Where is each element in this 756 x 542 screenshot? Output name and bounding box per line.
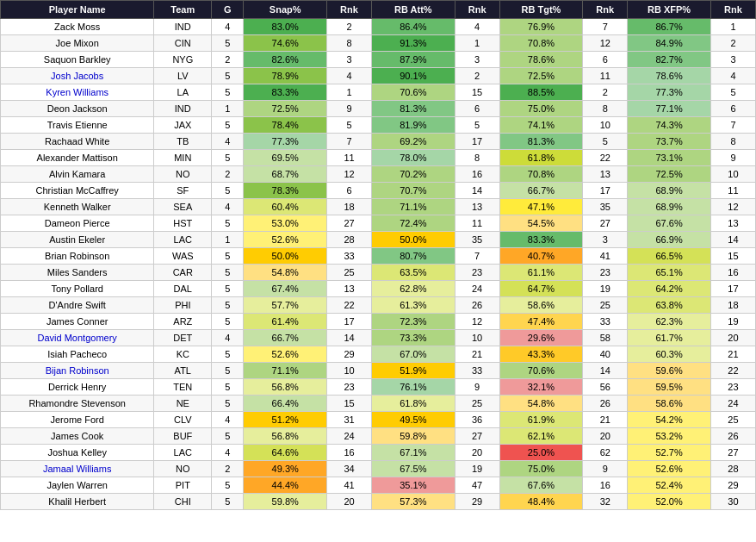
team: BUF	[154, 428, 212, 445]
player-name: Isiah Pacheco	[1, 346, 154, 363]
rb-tgt-pct: 29.6%	[499, 330, 583, 346]
rb-att-rank: 15	[455, 84, 499, 101]
rb-tgt-rank: 8	[583, 101, 628, 117]
rb-att-rank: 16	[455, 166, 499, 183]
snap-pct: 78.3%	[244, 183, 327, 199]
snap-pct: 54.8%	[244, 265, 327, 281]
rb-xfp-pct: 53.2%	[628, 428, 711, 445]
snap-pct: 59.8%	[244, 494, 327, 510]
rb-tgt-pct: 54.5%	[499, 215, 583, 232]
games: 5	[212, 35, 244, 52]
rb-att-pct: 86.4%	[372, 19, 455, 35]
rb-xfp-rank: 30	[710, 494, 755, 510]
games: 4	[212, 412, 244, 428]
rb-xfp-rank: 23	[710, 379, 755, 396]
rb-xfp-pct: 61.7%	[628, 330, 711, 346]
rb-xfp-rank: 11	[710, 183, 755, 199]
games: 5	[212, 150, 244, 166]
table-row: Zack MossIND483.0%286.4%476.9%786.7%1	[1, 19, 756, 35]
rb-att-rank: 36	[455, 412, 499, 428]
snap-pct: 83.0%	[244, 19, 327, 35]
column-header-rnk: Rnk	[583, 1, 628, 19]
player-name: Miles Sanders	[1, 265, 154, 281]
snap-rank: 7	[327, 134, 372, 150]
rb-att-rank: 23	[455, 265, 499, 281]
rb-att-rank: 20	[455, 445, 499, 461]
rb-xfp-rank: 3	[710, 52, 755, 68]
rb-tgt-pct: 64.7%	[499, 281, 583, 297]
rb-att-rank: 14	[455, 183, 499, 199]
table-row: Brian RobinsonWAS550.0%3380.7%740.7%4166…	[1, 248, 756, 265]
games: 5	[212, 477, 244, 494]
team: HST	[154, 215, 212, 232]
rb-tgt-pct: 61.9%	[499, 412, 583, 428]
rb-xfp-rank: 1	[710, 19, 755, 35]
games: 5	[212, 363, 244, 379]
rb-xfp-rank: 13	[710, 215, 755, 232]
snap-rank: 2	[327, 19, 372, 35]
rb-tgt-rank: 32	[583, 494, 628, 510]
team: CLV	[154, 412, 212, 428]
games: 5	[212, 265, 244, 281]
games: 5	[212, 68, 244, 84]
rb-tgt-pct: 62.1%	[499, 428, 583, 445]
player-name: D'Andre Swift	[1, 297, 154, 314]
rb-att-pct: 61.3%	[372, 297, 455, 314]
rb-att-rank: 2	[455, 68, 499, 84]
rb-tgt-pct: 83.3%	[499, 232, 583, 248]
rb-att-pct: 51.9%	[372, 363, 455, 379]
games: 2	[212, 166, 244, 183]
player-name: James Cook	[1, 428, 154, 445]
rb-xfp-pct: 77.1%	[628, 101, 711, 117]
team: IND	[154, 19, 212, 35]
rb-tgt-pct: 75.0%	[499, 101, 583, 117]
snap-pct: 78.9%	[244, 68, 327, 84]
rb-tgt-pct: 32.1%	[499, 379, 583, 396]
column-header-rnk: Rnk	[327, 1, 372, 19]
rb-xfp-pct: 66.9%	[628, 232, 711, 248]
rb-tgt-rank: 19	[583, 281, 628, 297]
rb-att-pct: 67.1%	[372, 445, 455, 461]
rb-tgt-rank: 40	[583, 346, 628, 363]
player-name: Rhamondre Stevenson	[1, 396, 154, 412]
column-header-rb-att-: RB Att%	[372, 1, 455, 19]
rb-xfp-pct: 52.7%	[628, 445, 711, 461]
rb-att-rank: 6	[455, 101, 499, 117]
rb-att-rank: 7	[455, 248, 499, 265]
team: LA	[154, 84, 212, 101]
rb-tgt-pct: 81.3%	[499, 134, 583, 150]
team: PHI	[154, 297, 212, 314]
rb-tgt-rank: 2	[583, 84, 628, 101]
rb-tgt-rank: 26	[583, 396, 628, 412]
rb-xfp-pct: 82.7%	[628, 52, 711, 68]
table-row: Khalil HerbertCHI559.8%2057.3%2948.4%325…	[1, 494, 756, 510]
rb-att-rank: 5	[455, 117, 499, 134]
snap-rank: 17	[327, 314, 372, 330]
rb-xfp-rank: 24	[710, 396, 755, 412]
player-name: Derrick Henry	[1, 379, 154, 396]
rb-xfp-pct: 73.1%	[628, 150, 711, 166]
snap-pct: 66.4%	[244, 396, 327, 412]
team: SF	[154, 183, 212, 199]
snap-rank: 22	[327, 297, 372, 314]
rb-xfp-pct: 52.6%	[628, 461, 711, 477]
rb-att-rank: 17	[455, 134, 499, 150]
rb-xfp-rank: 10	[710, 166, 755, 183]
snap-pct: 57.7%	[244, 297, 327, 314]
rb-xfp-rank: 14	[710, 232, 755, 248]
rb-att-pct: 81.9%	[372, 117, 455, 134]
table-row: Christian McCaffreySF578.3%670.7%1466.7%…	[1, 183, 756, 199]
games: 1	[212, 232, 244, 248]
rb-tgt-rank: 9	[583, 461, 628, 477]
rb-tgt-pct: 66.7%	[499, 183, 583, 199]
snap-rank: 10	[327, 363, 372, 379]
rb-att-rank: 35	[455, 232, 499, 248]
table-row: Miles SandersCAR554.8%2563.5%2361.1%2365…	[1, 265, 756, 281]
snap-rank: 28	[327, 232, 372, 248]
rb-tgt-pct: 48.4%	[499, 494, 583, 510]
rb-xfp-pct: 54.2%	[628, 412, 711, 428]
player-name: Saquon Barkley	[1, 52, 154, 68]
rb-xfp-rank: 9	[710, 150, 755, 166]
rb-att-rank: 9	[455, 379, 499, 396]
snap-rank: 13	[327, 281, 372, 297]
